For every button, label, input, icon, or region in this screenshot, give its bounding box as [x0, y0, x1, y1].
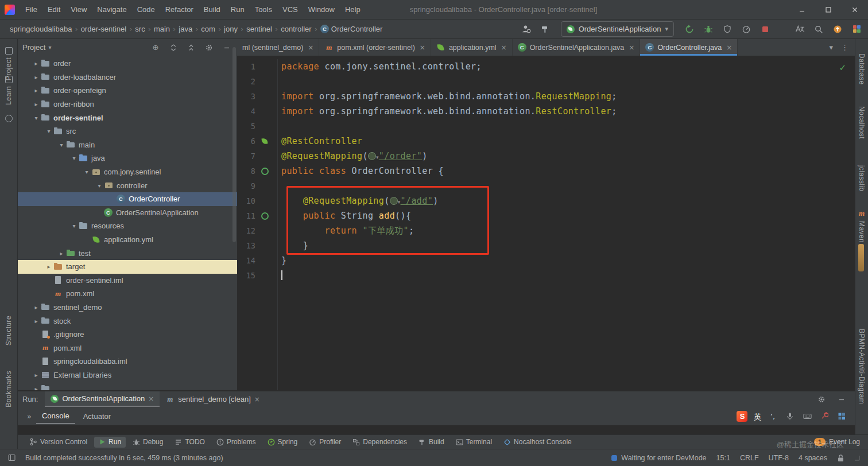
chevron-down-icon[interactable]: ▾	[44, 128, 53, 134]
editor-tab-application-yml[interactable]: application.yml×	[431, 39, 513, 56]
project-scrollbar[interactable]	[232, 47, 236, 242]
chevron-right-icon[interactable]: ▸	[32, 60, 41, 67]
toolwindow-button-profiler[interactable]: Profiler	[304, 437, 346, 448]
breadcrumb-main[interactable]: main	[152, 24, 172, 34]
maximize-button[interactable]	[815, 0, 842, 19]
tree-item-order-openfeign[interactable]: ▸order-openfeign	[18, 84, 237, 98]
tree-item-external-libraries[interactable]: ▸External Libraries	[18, 368, 237, 382]
close-tab-icon[interactable]: ×	[629, 44, 634, 52]
toolwindow-button-spring[interactable]: Spring	[263, 437, 303, 448]
menu-tools[interactable]: Tools	[250, 0, 277, 19]
project-panel-title[interactable]: Project	[22, 43, 45, 52]
punct-icon[interactable]: ’,	[767, 410, 778, 422]
hide-panel-icon[interactable]	[836, 394, 847, 405]
toolwindow-button-todo[interactable]: TODO	[170, 437, 209, 448]
breadcrumb-src[interactable]: src	[133, 24, 146, 34]
tree-item-order-sentinel-iml[interactable]: order-sentinel.iml	[18, 274, 237, 288]
toolwindow-button-build[interactable]: Build	[414, 437, 449, 448]
gear-icon[interactable]	[203, 42, 215, 53]
tree-item-application-yml[interactable]: application.yml	[18, 233, 237, 247]
breadcrumb-controller[interactable]: controller	[279, 24, 313, 34]
devmode-status[interactable]: Waiting for enter DevMode	[611, 454, 706, 462]
chevron-down-icon[interactable]: ▾	[82, 169, 91, 175]
tool-stripe-database[interactable]: Database	[855, 53, 868, 85]
update-icon[interactable]	[832, 24, 843, 35]
chevron-down-icon[interactable]: ▾	[48, 44, 51, 51]
tree-item-resources[interactable]: ▾resources	[18, 219, 237, 233]
close-button[interactable]	[842, 0, 868, 19]
spring-leaf-gutter-icon[interactable]	[258, 138, 271, 144]
chevron-right-icon[interactable]: ▸	[32, 87, 41, 94]
search-icon[interactable]	[813, 24, 824, 35]
tree-item-ordercontroller[interactable]: COrderController	[18, 192, 237, 206]
tree-item-item[interactable]: ▸	[18, 382, 237, 390]
tree-item-pom-xml[interactable]: mpom.xml	[18, 341, 237, 355]
tree-item-stock[interactable]: ▸stock	[18, 314, 237, 328]
indent-setting[interactable]: 4 spaces	[799, 454, 827, 462]
stop-icon[interactable]	[760, 24, 771, 35]
tree-item-order-ribbon[interactable]: ▸order-ribbon	[18, 98, 237, 111]
caret-position[interactable]: 15:1	[716, 454, 730, 462]
spring-bean-gutter-icon[interactable]	[258, 212, 271, 220]
tree-item-java[interactable]: ▾java	[18, 152, 237, 165]
rerun-icon[interactable]	[684, 24, 695, 35]
hidden-tabs-icon[interactable]: »	[27, 412, 32, 421]
chevron-right-icon[interactable]: ▸	[32, 372, 41, 378]
toolwindow-button-dependencies[interactable]: Dependencies	[348, 437, 412, 448]
run-tab-ordersentinelapplication[interactable]: OrderSentinelApplication×	[45, 391, 160, 407]
code-area[interactable]: package com.jony.sentinel.controller;imp…	[278, 59, 855, 390]
tool-stripe-bpmn[interactable]: BPMN-Activiti-Diagram	[855, 329, 868, 404]
toolwindow-button-problems[interactable]: Problems	[212, 437, 261, 448]
chevron-down-icon[interactable]: ▾	[57, 142, 66, 148]
url-navigate-icon[interactable]: ▾	[368, 151, 379, 161]
tree-item-pom-xml[interactable]: mpom.xml	[18, 287, 237, 301]
tree-item-sentinel-demo[interactable]: ▸sentinel_demo	[18, 301, 237, 314]
tool-stripe-jclasslib[interactable]: jclasslib	[855, 165, 868, 192]
coverage-icon[interactable]	[722, 24, 733, 35]
tree-item-target[interactable]: ▸target	[18, 260, 237, 274]
console-output-area[interactable]	[18, 425, 855, 434]
close-tab-icon[interactable]: ×	[308, 44, 313, 52]
run-tab-sentinel-demo-clean[interactable]: msentinel_demo [clean]×	[160, 391, 266, 407]
close-tab-icon[interactable]: ×	[501, 44, 507, 52]
url-navigate-icon[interactable]: ▾	[390, 196, 401, 206]
minimize-button[interactable]	[789, 0, 815, 19]
chevron-down-icon[interactable]: ▾	[32, 115, 41, 121]
tree-item-src[interactable]: ▾src	[18, 125, 237, 138]
tool-stripe-commit[interactable]	[0, 115, 17, 122]
toolwindow-button-run[interactable]: Run	[94, 437, 126, 448]
toolwindow-button-version-control[interactable]: Version Control	[25, 437, 92, 448]
chevron-right-icon[interactable]: ▸	[32, 101, 41, 107]
menu-file[interactable]: File	[20, 0, 42, 19]
sogou-input-icon[interactable]: S	[737, 410, 748, 422]
subtab-console[interactable]: Console	[36, 409, 75, 424]
translate-icon[interactable]	[794, 24, 805, 35]
chevron-right-icon[interactable]: ▸	[32, 74, 41, 80]
tree-item-springcloudalibaba-iml[interactable]: springcloudalibaba.iml	[18, 355, 237, 368]
breadcrumb-order-sentinel[interactable]: order-sentinel	[79, 24, 129, 34]
tree-item-test[interactable]: ▸test	[18, 246, 237, 260]
resize-grip[interactable]	[854, 455, 860, 461]
toolwindow-button-terminal[interactable]: Terminal	[451, 437, 497, 448]
tool-stripe-bookmarks[interactable]: Bookmarks	[0, 371, 17, 407]
menu-window[interactable]: Window	[303, 0, 340, 19]
chevron-down-icon[interactable]: ▾	[69, 155, 79, 161]
profiler-icon[interactable]	[741, 24, 752, 35]
event-log[interactable]: 1 Event Log	[814, 438, 862, 446]
breadcrumb-sentinel[interactable]: sentinel	[245, 24, 274, 34]
run-configuration-select[interactable]: OrderSentinelApplication ▾	[561, 21, 674, 37]
menu-code[interactable]: Code	[132, 0, 160, 19]
tool-stripe-nocalhost[interactable]: Nocalhost	[855, 106, 868, 139]
menu-vcs[interactable]: VCS	[277, 0, 303, 19]
subtab-actuator[interactable]: Actuator	[78, 409, 117, 424]
chevron-down-icon[interactable]: ▾	[95, 182, 104, 189]
chevron-right-icon[interactable]: ▸	[32, 318, 41, 324]
tree-item-ordersentinelapplication[interactable]: COrderSentinelApplication	[18, 206, 237, 220]
inspections-ok-icon[interactable]: ✓	[839, 60, 846, 75]
chevron-right-icon[interactable]: ▸	[32, 386, 41, 390]
tree-item-controller[interactable]: ▾controller	[18, 178, 237, 192]
grid-icon[interactable]	[836, 410, 847, 422]
locate-icon[interactable]: ⊕	[150, 42, 161, 53]
spring-bean-gutter-icon[interactable]	[258, 168, 271, 175]
more-vertical-icon[interactable]: ⋮	[841, 43, 848, 52]
